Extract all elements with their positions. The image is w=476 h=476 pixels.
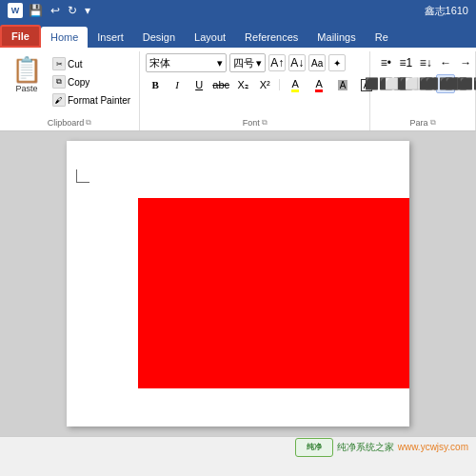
strikethrough-button[interactable]: abc <box>211 75 230 94</box>
clip-buttons: ✂ Cut ⧉ Copy 🖌 Format Painter <box>50 53 133 109</box>
format-painter-button[interactable]: 🖌 Format Painter <box>50 91 133 109</box>
quick-access-dropdown[interactable]: ▾ <box>83 4 92 17</box>
red-content-box <box>138 198 409 388</box>
bullets-button[interactable]: ≡• <box>376 53 395 72</box>
decrease-font-button[interactable]: A↓ <box>288 54 306 71</box>
font-expand-icon[interactable]: ⧉ <box>262 118 268 128</box>
char-shading-icon: A <box>338 80 348 90</box>
copy-button[interactable]: ⧉ Copy <box>50 73 133 90</box>
superscript-button[interactable]: X² <box>255 75 274 94</box>
clipboard-group-content: 📋 Paste ✂ Cut ⧉ Copy 🖌 Format Painter <box>6 51 133 116</box>
font-group-content: 宋体 ▾ 四号 ▾ A↑ A↓ Aa ✦ <box>146 51 364 116</box>
bottom-bar: 纯净 纯净系统之家 www.ycwjsy.com <box>0 436 476 457</box>
watermark-logo: 纯净 <box>295 438 333 457</box>
font-row1: 宋体 ▾ 四号 ▾ A↑ A↓ Aa ✦ <box>146 53 346 72</box>
multilevel-list-button[interactable]: ≡↓ <box>416 53 435 72</box>
font-size-value: 四号 <box>233 56 254 70</box>
redo-button[interactable]: ↻ <box>66 4 79 17</box>
copy-label: Copy <box>68 77 89 88</box>
font-label: Font ⧉ <box>146 116 364 130</box>
paragraph-expand-icon[interactable]: ⧉ <box>430 118 436 128</box>
tab-layout[interactable]: Layout <box>185 27 235 48</box>
format-painter-icon: 🖌 <box>52 93 66 107</box>
increase-indent-button[interactable]: → <box>456 53 475 72</box>
watermark-url: www.ycwjsy.com <box>398 442 468 452</box>
clear-format-button[interactable]: ✦ <box>328 54 346 71</box>
font-size-selector[interactable]: 四号 ▾ <box>229 53 266 72</box>
font-family-selector[interactable]: 宋体 ▾ <box>146 53 227 72</box>
tab-re[interactable]: Re <box>366 27 398 48</box>
font-group: 宋体 ▾ 四号 ▾ A↑ A↓ Aa ✦ <box>140 51 370 130</box>
font-family-value: 宋体 <box>149 56 170 70</box>
font-family-dropdown-icon: ▾ <box>217 57 223 69</box>
numbering-button[interactable]: ≡1 <box>396 53 415 72</box>
paragraph-group: ≡• ≡1 ≡↓ ← → ↕A ⬛⬛⬛ ⬜⬛⬜ ⬜⬛⬛ ⬛⬛⬛ ⬛⬛⬛ Para… <box>370 51 476 130</box>
document-page[interactable] <box>67 141 409 426</box>
word-icon: W <box>8 3 23 18</box>
cut-label: Cut <box>68 59 83 69</box>
ribbon-tabs: File Home Insert Design Layout Reference… <box>0 21 476 48</box>
distributed-button[interactable]: ⬛⬛⬛ <box>456 74 475 93</box>
char-shading-button[interactable]: A <box>332 75 353 94</box>
copy-icon: ⧉ <box>52 75 66 89</box>
font-color-button[interactable]: A <box>308 75 329 94</box>
text-highlight-button[interactable]: A <box>285 75 306 94</box>
ribbon-body: 📋 Paste ✂ Cut ⧉ Copy 🖌 Format Painter C <box>0 48 476 131</box>
cut-icon: ✂ <box>52 57 66 70</box>
italic-button[interactable]: I <box>168 75 187 94</box>
subscript-button[interactable]: X₂ <box>233 75 252 94</box>
decrease-indent-button[interactable]: ← <box>436 53 455 72</box>
tab-references[interactable]: References <box>235 27 307 48</box>
document-area <box>0 131 476 436</box>
clipboard-label: Clipboard ⧉ <box>6 116 133 130</box>
quick-access-toolbar: 💾 ↩ ↻ ▾ <box>27 4 92 17</box>
increase-font-icon: A↑ <box>270 56 284 69</box>
format-painter-label: Format Painter <box>68 95 130 106</box>
undo-button[interactable]: ↩ <box>49 4 62 17</box>
font-size-dropdown-icon: ▾ <box>256 57 262 69</box>
tab-insert[interactable]: Insert <box>88 27 133 48</box>
clear-format-icon: ✦ <box>333 58 341 69</box>
increase-font-button[interactable]: A↑ <box>268 54 286 71</box>
paragraph-buttons-row1: ≡• ≡1 ≡↓ ← → ↕A <box>376 53 476 72</box>
paste-icon: 📋 <box>11 57 42 82</box>
watermark: 纯净 纯净系统之家 www.ycwjsy.com <box>295 438 468 457</box>
tab-design[interactable]: Design <box>133 27 185 48</box>
underline-button[interactable]: U <box>189 75 208 94</box>
paste-label: Paste <box>15 84 37 93</box>
margin-marker <box>76 169 89 183</box>
font-color-icon: A <box>315 78 322 92</box>
cut-button[interactable]: ✂ Cut <box>50 55 133 72</box>
tab-mailings[interactable]: Mailings <box>307 27 365 48</box>
user-name: 鑫志1610 <box>425 4 468 18</box>
watermark-text: 纯净系统之家 <box>337 441 394 454</box>
bold-button[interactable]: B <box>146 75 165 94</box>
paragraph-label: Para ⧉ <box>376 116 469 130</box>
save-button[interactable]: 💾 <box>27 4 45 17</box>
divider1 <box>279 79 280 90</box>
tab-file[interactable]: File <box>0 25 41 48</box>
paragraph-group-content: ≡• ≡1 ≡↓ ← → ↕A ⬛⬛⬛ ⬜⬛⬜ ⬜⬛⬛ ⬛⬛⬛ ⬛⬛⬛ <box>376 51 469 116</box>
title-bar: W 💾 ↩ ↻ ▾ 鑫志1610 <box>0 0 476 21</box>
text-highlight-icon: A <box>291 78 298 92</box>
title-bar-left: W 💾 ↩ ↻ ▾ <box>8 3 92 18</box>
paragraph-buttons-row2: ⬛⬛⬛ ⬜⬛⬜ ⬜⬛⬛ ⬛⬛⬛ ⬛⬛⬛ <box>376 74 476 93</box>
decrease-font-icon: A↓ <box>290 56 304 69</box>
tab-home[interactable]: Home <box>41 27 88 48</box>
clipboard-group: 📋 Paste ✂ Cut ⧉ Copy 🖌 Format Painter C <box>0 51 140 130</box>
paste-button[interactable]: 📋 Paste <box>6 53 48 97</box>
change-case-label: Aa <box>311 58 323 69</box>
change-case-button[interactable]: Aa <box>308 54 326 71</box>
clipboard-expand-icon[interactable]: ⧉ <box>86 118 91 128</box>
